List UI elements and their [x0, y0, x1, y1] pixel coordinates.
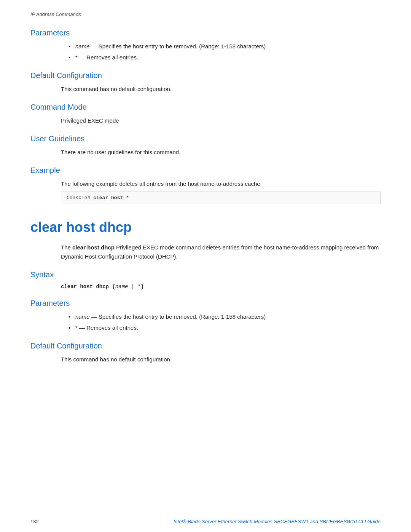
command-description-body: The clear host dhcp Privileged EXEC mode… — [30, 243, 381, 261]
body-example: The following example deletes all entrie… — [30, 179, 381, 204]
text-user-guidelines: There are no user guidelines for this co… — [61, 148, 381, 157]
command-description-text: The clear host dhcp Privileged EXEC mode… — [61, 243, 381, 261]
section-parameters-1: Parameters name — Specifies the host ent… — [30, 29, 381, 62]
heading-parameters-2: Parameters — [30, 299, 381, 308]
bullet-item: name — Specifies the host entry to be re… — [68, 312, 381, 321]
text-default-config-1: This command has no default configuratio… — [61, 85, 381, 94]
heading-command-mode: Command Mode — [30, 103, 381, 112]
body-parameters-2: name — Specifies the host entry to be re… — [30, 312, 381, 332]
section-command-mode: Command Mode Privileged EXEC mode — [30, 103, 381, 125]
section-parameters-2: Parameters name — Specifies the host ent… — [30, 299, 381, 332]
bullet-item: * — Removes all entries. — [68, 53, 381, 62]
heading-user-guidelines: User Guidelines — [30, 134, 381, 143]
text-default-config-2: This command has no default configuratio… — [61, 355, 381, 364]
bullet-item: name — Specifies the host entry to be re… — [68, 42, 381, 51]
top-sections: Parameters name — Specifies the host ent… — [30, 29, 381, 204]
code-example: Console# clear host * — [61, 192, 381, 204]
section-example: Example The following example deletes al… — [30, 166, 381, 204]
page-content: IP Address Commands Parameters name — Sp… — [0, 0, 411, 391]
bullets-parameters-2: name — Specifies the host entry to be re… — [61, 312, 381, 332]
bullets-parameters-1: name — Specifies the host entry to be re… — [61, 42, 381, 62]
bullet-item: * — Removes all entries. — [68, 323, 381, 332]
body-user-guidelines: There are no user guidelines for this co… — [30, 148, 381, 157]
text-example: The following example deletes all entrie… — [61, 179, 381, 189]
section-default-config-1: Default Configuration This command has n… — [30, 71, 381, 94]
footer-title: Intel® Blade Server Ethernet Switch Modu… — [174, 519, 381, 524]
footer-page-number: 132 — [30, 519, 39, 524]
section-user-guidelines: User Guidelines There are no user guidel… — [30, 134, 381, 157]
command-title: clear host dhcp — [30, 219, 381, 235]
heading-default-config-2: Default Configuration — [30, 342, 381, 350]
syntax-line: clear host dhcp {name | *} — [30, 284, 381, 290]
heading-example: Example — [30, 166, 381, 175]
body-default-config-2: This command has no default configuratio… — [30, 355, 381, 364]
page-footer: 132 Intel® Blade Server Ethernet Switch … — [30, 519, 381, 524]
section-default-config-2: Default Configuration This command has n… — [30, 342, 381, 364]
heading-parameters-1: Parameters — [30, 29, 381, 37]
body-command-mode: Privileged EXEC mode — [30, 116, 381, 125]
text-command-mode: Privileged EXEC mode — [61, 116, 381, 125]
heading-default-config-1: Default Configuration — [30, 71, 381, 80]
section-syntax: Syntax clear host dhcp {name | *} — [30, 270, 381, 290]
breadcrumb: IP Address Commands — [30, 11, 381, 17]
bottom-sections: Syntax clear host dhcp {name | *} Parame… — [30, 270, 381, 364]
body-parameters-1: name — Specifies the host entry to be re… — [30, 42, 381, 62]
heading-syntax: Syntax — [30, 270, 381, 279]
body-default-config-1: This command has no default configuratio… — [30, 85, 381, 94]
